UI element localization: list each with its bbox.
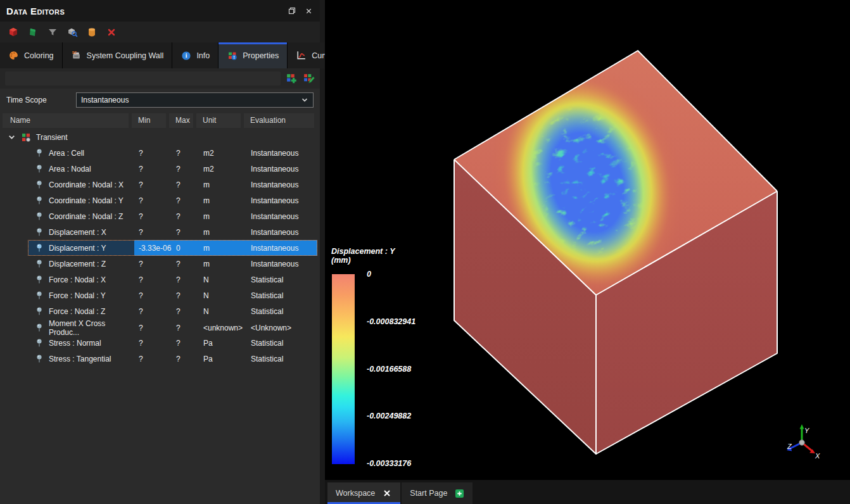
column-header-name[interactable]: Name (3, 113, 129, 128)
variable-pin-icon (35, 323, 43, 333)
column-header-min[interactable]: Min (132, 113, 166, 128)
cell-min: ? (134, 192, 172, 208)
sc-wall-icon: SC (71, 50, 82, 61)
toolbar-filter-icon[interactable] (47, 27, 58, 38)
cell-evaluation: Statistical (246, 272, 317, 287)
editor-toolbar (0, 22, 320, 42)
cell-unit: Pa (199, 351, 246, 367)
bottom-tab-start-page[interactable]: Start Page (402, 482, 473, 504)
axis-x-label: X (815, 452, 820, 460)
edit-variable-button[interactable] (303, 73, 315, 85)
cell-min: ? (134, 145, 172, 161)
axis-z-label: Z (787, 443, 792, 450)
cell-name: Force : Nodal : Z (28, 303, 134, 319)
variable-pin-icon (35, 354, 43, 364)
tab-label: System Coupling Wall (87, 51, 164, 60)
variable-pin-icon (35, 196, 43, 206)
data-editors-panel: Data Editors ColoringSCSystem Coupling W… (0, 0, 325, 504)
cell-unit: m (199, 256, 246, 272)
table-row-moment-x-cross-produc[interactable]: Moment X Cross Produc...??<unknown><Unkn… (28, 319, 317, 335)
tab-properties[interactable]: !Properties (219, 42, 288, 68)
table-row-area-nodal[interactable]: Area : Nodal??m2Instantaneous (28, 161, 317, 177)
toolbar-search-geometry-icon[interactable] (67, 27, 78, 38)
cell-evaluation: Statistical (246, 303, 317, 319)
svg-text:i: i (186, 53, 187, 59)
add-variable-button[interactable] (286, 73, 298, 85)
colorbar-ticks: 0-0.000832941-0.00166588-0.00249882-0.00… (367, 270, 415, 468)
tree-group-transient[interactable]: Transient (0, 129, 320, 145)
variable-pin-icon (35, 211, 43, 222)
table-row-force-nodal-y[interactable]: Force : Nodal : Y??NStatistical (28, 287, 317, 303)
table-row-coordinate-nodal-y[interactable]: Coordinate : Nodal : Y??mInstantaneous (28, 192, 317, 208)
table-row-area-cell[interactable]: Area : Cell??m2Instantaneous (28, 145, 317, 161)
panel-title: Data Editors (6, 6, 65, 16)
table-row-displacement-x[interactable]: Displacement : X??mInstantaneous (28, 224, 317, 240)
cell-name: Force : Nodal : X (28, 272, 134, 287)
table-row-force-nodal-z[interactable]: Force : Nodal : Z??NStatistical (28, 303, 317, 319)
tab-add-icon[interactable] (454, 488, 464, 498)
cell-unit: N (199, 272, 246, 287)
tab-coloring[interactable]: Coloring (0, 42, 63, 68)
cell-min: ? (134, 256, 172, 272)
tab-system-coupling-wall[interactable]: SCSystem Coupling Wall (63, 42, 173, 68)
toolbar-cylinder-icon[interactable] (86, 27, 98, 38)
close-icon[interactable] (303, 6, 314, 16)
table-row-coordinate-nodal-x[interactable]: Coordinate : Nodal : X??mInstantaneous (28, 177, 317, 192)
cell-max: ? (172, 287, 199, 303)
time-scope-value: Instantaneous (81, 96, 129, 104)
tab-close-icon[interactable] (382, 488, 392, 498)
variables-table: TransientArea : Cell??m2InstantaneousAre… (0, 129, 320, 504)
table-row-stress-normal[interactable]: Stress : Normal??PaStatistical (28, 335, 317, 351)
time-scope-select[interactable]: Instantaneous (76, 92, 314, 108)
cell-evaluation: Statistical (246, 351, 317, 367)
time-scope-row: Time Scope Instantaneous (0, 89, 320, 111)
cell-name: Displacement : Z (28, 256, 134, 272)
toolbar-solid-red-cube-icon[interactable] (8, 27, 19, 38)
workspace-tabbar: WorkspaceStart Page (325, 480, 850, 504)
float-window-icon[interactable] (287, 6, 297, 16)
curves-icon (296, 50, 307, 61)
variable-pin-icon (35, 227, 43, 237)
cell-max: ? (172, 256, 199, 272)
info-icon: i (181, 50, 191, 61)
axis-triad: Y X Z (787, 424, 820, 460)
cell-name: Displacement : Y (28, 240, 134, 256)
table-row-displacement-y[interactable]: Displacement : Y-3.33e-060mInstantaneous (28, 240, 317, 256)
cell-max: ? (172, 303, 199, 319)
toolbar-delete-icon[interactable] (106, 27, 117, 38)
filter-input[interactable] (5, 72, 281, 85)
axis-y-label: Y (804, 427, 809, 434)
column-header-max[interactable]: Max (169, 113, 193, 128)
column-header-evaluation[interactable]: Evaluation (244, 113, 314, 128)
legend-title: Displacement : Y (331, 247, 395, 256)
tab-info[interactable]: iInfo (172, 42, 219, 68)
render-scene: Y X Z Displacement : Y (mm) 0-0.00083294… (325, 0, 850, 480)
table-row-force-nodal-x[interactable]: Force : Nodal : X??NStatistical (28, 272, 317, 287)
colorbar-tick: -0.000832941 (367, 317, 415, 326)
editor-tabstrip: ColoringSCSystem Coupling WalliInfo!Prop… (0, 42, 320, 68)
toolbar-green-plane-icon[interactable] (27, 27, 39, 38)
cell-min: ? (134, 303, 172, 319)
column-header-unit[interactable]: Unit (196, 113, 241, 128)
cell-evaluation: Statistical (246, 287, 317, 303)
bottom-tab-workspace[interactable]: Workspace (327, 482, 400, 504)
table-row-coordinate-nodal-z[interactable]: Coordinate : Nodal : Z??mInstantaneous (28, 208, 317, 224)
cell-unit: m (199, 208, 246, 224)
chevron-down-icon[interactable] (8, 133, 16, 141)
colorbar-tick: -0.00333176 (367, 459, 415, 468)
cell-name: Stress : Normal (28, 335, 134, 351)
cell-evaluation: Instantaneous (246, 256, 317, 272)
variable-actions-row (0, 68, 320, 89)
colorbar (332, 274, 355, 464)
table-header: NameMinMaxUnitEvaluation (3, 113, 317, 128)
variable-pin-icon (35, 291, 43, 301)
cell-unit: m (199, 177, 246, 192)
table-row-stress-tangential[interactable]: Stress : Tangential??PaStatistical (28, 351, 317, 367)
cell-evaluation: <Unknown> (246, 319, 317, 337)
colorbar-tick: -0.00249882 (367, 412, 415, 420)
cell-min: ? (134, 177, 172, 192)
table-row-displacement-z[interactable]: Displacement : Z??mInstantaneous (28, 256, 317, 272)
cell-min: ? (134, 335, 172, 351)
cell-max: ? (172, 335, 199, 351)
cell-unit: m (199, 240, 246, 256)
